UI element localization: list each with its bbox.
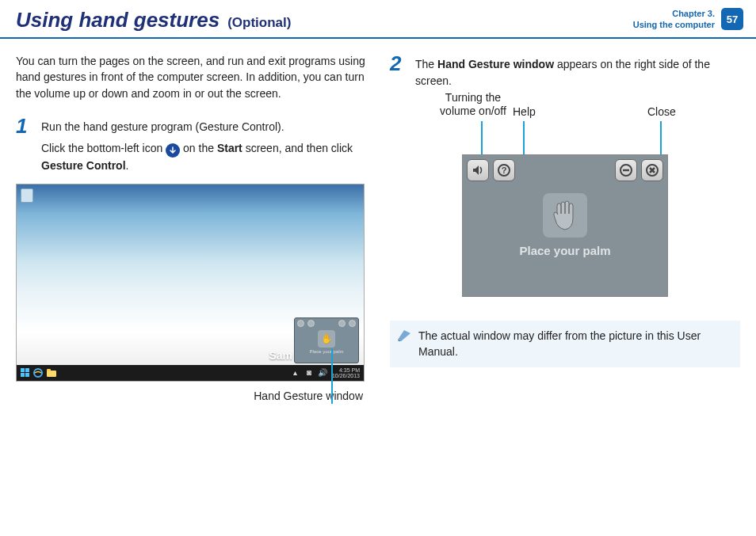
gesture-window: ? Place your palm bbox=[462, 154, 668, 297]
svg-rect-1 bbox=[25, 368, 29, 372]
minimize-button[interactable] bbox=[615, 159, 637, 181]
svg-rect-3 bbox=[25, 373, 29, 377]
step1-line1: Run the hand gesture program (Gesture Co… bbox=[41, 119, 366, 135]
svg-rect-5 bbox=[47, 371, 56, 377]
note-icon bbox=[396, 329, 412, 341]
left-column: You can turn the pages on the screen, an… bbox=[16, 53, 366, 402]
desktop-figure-wrap: Sam ✋ Place your palm bbox=[16, 184, 366, 382]
page-number-badge: 57 bbox=[721, 8, 743, 30]
mini-help-icon bbox=[307, 320, 315, 327]
desktop-screenshot: Sam ✋ Place your palm bbox=[16, 184, 365, 382]
volume-annotation: Turning the volume on/off bbox=[433, 91, 513, 118]
chapter-label: Chapter 3. Using the computer bbox=[633, 8, 715, 31]
explorer-icon bbox=[46, 367, 57, 378]
sound-icon: 🔊 bbox=[317, 367, 328, 378]
desktop-caption: Hand Gesture window bbox=[16, 390, 366, 402]
mini-toolbar bbox=[295, 320, 358, 327]
recycle-bin-icon bbox=[21, 188, 33, 203]
close-button[interactable] bbox=[641, 159, 663, 181]
volume-button[interactable] bbox=[467, 159, 489, 181]
page-subtitle: (Optional) bbox=[227, 15, 291, 31]
svg-text:?: ? bbox=[502, 165, 507, 175]
svg-rect-2 bbox=[21, 373, 25, 377]
mini-palm-text: Place your palm bbox=[309, 349, 343, 354]
down-arrow-icon bbox=[166, 143, 180, 158]
page-header: Using hand gestures (Optional) Chapter 3… bbox=[0, 0, 756, 37]
palm-text: Place your palm bbox=[519, 244, 610, 257]
gesture-toolbar: ? bbox=[463, 155, 667, 185]
step1-end: . bbox=[126, 159, 129, 172]
toolbar-spacer bbox=[519, 159, 611, 181]
mini-volume-icon bbox=[297, 320, 304, 327]
step1-mid2: screen, and then click bbox=[242, 142, 353, 154]
title-group: Using hand gestures (Optional) bbox=[16, 8, 291, 32]
mini-palm-icon: ✋ bbox=[318, 330, 335, 348]
right-column: 2 The Hand Gesture window appears on the… bbox=[390, 53, 740, 402]
help-button[interactable]: ? bbox=[493, 159, 515, 181]
chapter-line2: Using the computer bbox=[633, 19, 715, 30]
brand-text: Sam bbox=[269, 349, 292, 362]
svg-rect-0 bbox=[21, 368, 25, 372]
step1-pre: Click the bottom-left icon bbox=[41, 142, 166, 154]
step2-bold: Hand Gesture window bbox=[437, 58, 554, 70]
step1-mid1: on the bbox=[180, 142, 217, 154]
note-text: The actual window may differ from the pi… bbox=[418, 329, 701, 358]
step-2: 2 The Hand Gesture window appears on the… bbox=[390, 53, 740, 89]
step-1: 1 Run the hand gesture program (Gesture … bbox=[16, 116, 366, 174]
intro-paragraph: You can turn the pages on the screen, an… bbox=[16, 53, 366, 101]
mini-close-icon bbox=[349, 320, 356, 327]
start-bold: Start bbox=[217, 142, 242, 154]
header-divider bbox=[0, 37, 756, 39]
step-number: 1 bbox=[16, 116, 33, 174]
close-annotation: Close bbox=[647, 105, 676, 119]
ie-icon bbox=[32, 367, 44, 378]
callout-line bbox=[331, 348, 333, 404]
step-body: Run the hand gesture program (Gesture Co… bbox=[41, 116, 366, 174]
start-icon bbox=[19, 367, 30, 378]
gesture-mini-window: ✋ Place your palm bbox=[294, 317, 359, 363]
palm-area: Place your palm bbox=[463, 193, 667, 257]
page-title: Using hand gestures bbox=[16, 8, 220, 32]
network-icon: ◙ bbox=[304, 367, 315, 378]
palm-icon bbox=[543, 193, 587, 238]
step2-pre: The bbox=[415, 58, 437, 70]
step2-body: The Hand Gesture window appears on the r… bbox=[415, 53, 740, 89]
mini-minimize-icon bbox=[338, 320, 346, 327]
note-box: The actual window may differ from the pi… bbox=[390, 321, 740, 367]
help-annotation: Help bbox=[513, 105, 536, 119]
annotated-figure: Turning the volume on/off Help Close ? bbox=[390, 99, 740, 297]
tray-icon: ▴ bbox=[290, 367, 301, 378]
taskbar-clock: 4:35 PM10/26/2013 bbox=[330, 367, 361, 378]
step1-line2: Click the bottom-left icon on the Start … bbox=[41, 140, 366, 174]
svg-rect-6 bbox=[47, 369, 51, 371]
chapter-line1: Chapter 3. bbox=[633, 8, 715, 19]
chapter-group: Chapter 3. Using the computer 57 bbox=[633, 8, 743, 31]
content-columns: You can turn the pages on the screen, an… bbox=[0, 53, 756, 402]
step-number: 2 bbox=[390, 53, 407, 89]
taskbar: ▴ ◙ 🔊 4:35 PM10/26/2013 bbox=[17, 365, 364, 381]
gc-bold: Gesture Control bbox=[41, 159, 126, 172]
mini-spacer bbox=[318, 320, 335, 327]
